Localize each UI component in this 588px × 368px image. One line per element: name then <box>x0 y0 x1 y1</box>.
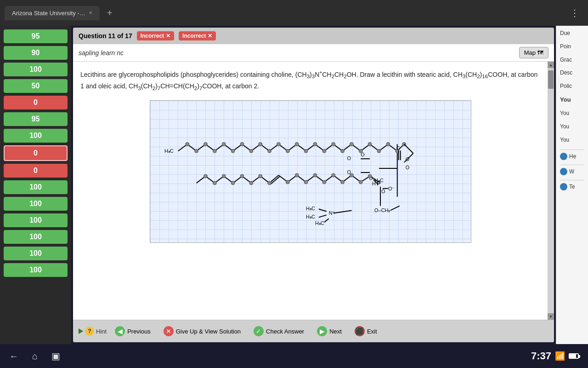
recents-button[interactable]: ▣ <box>51 351 60 362</box>
scroll-up-arrow[interactable]: ▲ <box>548 62 554 68</box>
svg-point-43 <box>304 149 308 153</box>
svg-point-68 <box>331 173 335 177</box>
question-label: Question 11 of 17 <box>79 32 132 40</box>
previous-button[interactable]: ◀ Previous <box>110 324 155 339</box>
svg-point-70 <box>350 173 353 177</box>
content-scrollbar[interactable]: ▲ ▼ <box>548 62 554 320</box>
score-badge-14: 100 <box>4 247 68 260</box>
svg-point-60 <box>249 181 253 184</box>
battery-fill <box>570 354 576 358</box>
policy-text: Polic <box>560 82 584 90</box>
hint-area: ? Hint <box>79 327 107 336</box>
exit-icon: ⬛ <box>355 326 365 336</box>
previous-icon: ◀ <box>115 326 125 336</box>
content-with-scrollbar: Lecithins are glycerophospholipids (phos… <box>73 62 554 320</box>
score-badge-15: 100 <box>4 263 68 277</box>
exit-label: Exit <box>367 328 377 335</box>
hint-arrow-icon <box>79 328 83 334</box>
t-link[interactable]: Te <box>560 180 584 193</box>
svg-point-55 <box>204 174 207 178</box>
help-label: He <box>569 153 576 160</box>
bottom-toolbar: ? Hint ◀ Previous ✕ Give Up & View Solut… <box>73 320 554 342</box>
map-icon: 🗺 <box>537 49 543 56</box>
svg-point-45 <box>322 149 326 153</box>
scroll-down-arrow[interactable]: ▼ <box>548 313 554 320</box>
molecule-svg: H₃C H₃C O <box>150 101 471 242</box>
score-badge-5: 0 <box>4 96 68 109</box>
tab-close-button[interactable]: × <box>89 10 92 16</box>
svg-point-33 <box>213 149 216 153</box>
svg-point-72 <box>368 174 372 178</box>
svg-point-59 <box>240 174 243 178</box>
question-body: Lecithins are glycerophospholipids (phos… <box>73 62 548 320</box>
svg-text:C: C <box>396 145 400 151</box>
svg-point-71 <box>359 180 362 184</box>
drawing-area[interactable]: H₃C H₃C O <box>150 100 471 243</box>
time-display: 7:37 <box>531 350 551 362</box>
right-panel-grade: Grac <box>560 56 584 64</box>
svg-point-50 <box>368 142 372 146</box>
svg-point-39 <box>267 149 271 153</box>
system-bar: ← ⌂ ▣ 7:37 📶 <box>0 344 588 368</box>
w-label: W <box>569 168 574 175</box>
home-button[interactable]: ⌂ <box>32 351 38 362</box>
previous-label: Previous <box>127 328 151 335</box>
scroll-thumb[interactable] <box>548 70 554 89</box>
hint-label[interactable]: Hint <box>96 328 107 335</box>
score-badge-4: 50 <box>4 79 68 93</box>
new-tab-button[interactable]: + <box>103 6 116 20</box>
system-time: 7:37 📶 <box>531 350 579 362</box>
points-text: Poin <box>560 43 584 51</box>
you-text-2: You <box>560 109 584 117</box>
score-badge-12: 100 <box>4 213 68 227</box>
next-label: Next <box>329 328 342 335</box>
svg-point-52 <box>386 142 390 146</box>
svg-text:O⁻: O⁻ <box>388 185 394 191</box>
svg-point-42 <box>295 142 299 146</box>
you-text-3: You <box>560 123 584 131</box>
incorrect-label-2: Incorrect <box>182 33 206 39</box>
score-badge-8[interactable]: 0 <box>4 145 68 161</box>
x-icon-2: ✕ <box>208 33 212 39</box>
right-panel-desc: Desc <box>560 69 584 77</box>
svg-point-57 <box>222 174 226 178</box>
next-button[interactable]: ▶ Next <box>312 324 346 339</box>
browser-tab[interactable]: Arizona State University -… × <box>5 6 100 20</box>
back-button[interactable]: ← <box>9 351 18 362</box>
svg-text:O: O <box>405 156 409 162</box>
help-link-icon <box>560 153 567 160</box>
score-badge-9: 0 <box>4 164 68 178</box>
score-badge-6: 95 <box>4 112 68 126</box>
svg-point-32 <box>204 142 207 146</box>
help-link[interactable]: He <box>560 150 584 163</box>
svg-point-61 <box>258 174 262 178</box>
incorrect-label-1: Incorrect <box>141 33 164 39</box>
svg-line-28 <box>324 218 328 222</box>
score-badge-11: 100 <box>4 197 68 211</box>
score-badge-3: 100 <box>4 63 68 76</box>
w-link[interactable]: W <box>560 165 584 178</box>
battery-icon <box>569 353 579 359</box>
incorrect-badge-1: Incorrect ✕ <box>137 31 174 40</box>
x-icon-1: ✕ <box>166 33 170 39</box>
right-panel-you2: You <box>560 109 584 117</box>
browser-menu-button[interactable]: ⋮ <box>566 6 583 20</box>
svg-line-29 <box>333 210 351 213</box>
map-button[interactable]: Map 🗺 <box>519 47 548 58</box>
due-text: Due <box>560 29 584 37</box>
svg-text:H₃C: H₃C <box>315 220 324 226</box>
you-text-1: You <box>560 96 584 104</box>
svg-point-69 <box>340 180 344 184</box>
exit-button[interactable]: ⬛ Exit <box>350 324 382 339</box>
incorrect-badge-2: Incorrect ✕ <box>179 31 216 40</box>
svg-text:O–CH₂: O–CH₂ <box>374 207 390 213</box>
svg-text:H₃C: H₃C <box>306 214 315 219</box>
give-up-button[interactable]: ✕ Give Up & View Solution <box>159 324 245 339</box>
question-header: Question 11 of 17 Incorrect ✕ Incorrect … <box>73 28 554 44</box>
check-answer-button[interactable]: ✓ Check Answer <box>249 324 309 339</box>
question-text: Lecithins are glycerophospholipids (phos… <box>80 69 540 93</box>
right-panel-you4: You <box>560 136 584 144</box>
svg-point-66 <box>313 173 317 177</box>
hint-bulb-icon: ? <box>85 327 94 336</box>
scroll-track[interactable] <box>548 68 554 313</box>
